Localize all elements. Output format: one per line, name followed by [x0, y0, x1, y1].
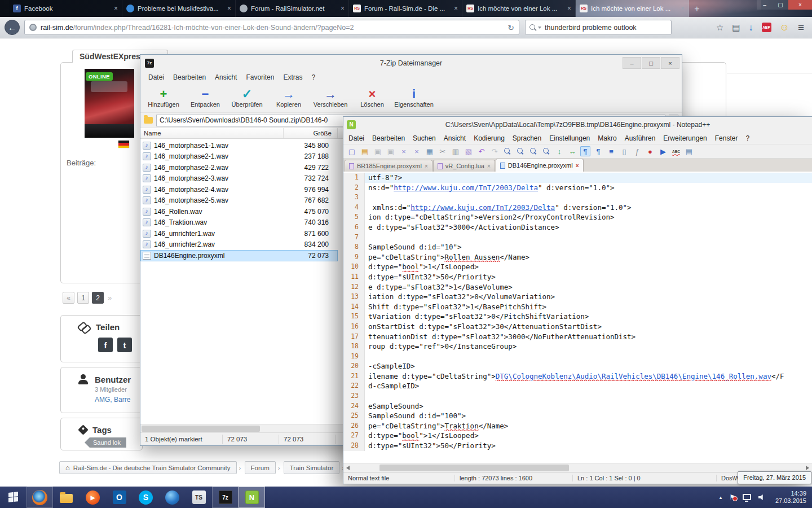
- media-player-icon[interactable]: ▶: [80, 487, 106, 508]
- paste-icon[interactable]: ▧: [464, 146, 474, 156]
- breadcrumb-item[interactable]: Train Simulator: [284, 461, 340, 474]
- replace-icon[interactable]: [515, 146, 526, 156]
- menu-item[interactable]: Datei: [144, 72, 169, 82]
- window-minimize-button[interactable]: –: [757, 0, 773, 10]
- test-button[interactable]: ✓ Überprüfen: [226, 85, 268, 112]
- user-avatar[interactable]: ONLINE: [85, 69, 134, 138]
- start-button[interactable]: [0, 487, 27, 508]
- action-center-icon[interactable]: ⚑: [729, 493, 735, 501]
- copy-button[interactable]: → Kopieren: [268, 85, 310, 112]
- doc-switcher-icon[interactable]: ▤: [684, 146, 694, 156]
- network-icon[interactable]: [743, 494, 751, 500]
- adblock-plus-icon[interactable]: ABP: [762, 23, 771, 32]
- page-number-button[interactable]: 1: [77, 292, 89, 304]
- twitter-share-icon[interactable]: t: [117, 338, 132, 352]
- sevenzip-icon[interactable]: 7z: [212, 487, 239, 508]
- menu-item[interactable]: Bearbeiten: [169, 72, 210, 82]
- menu-item[interactable]: Fenster: [711, 133, 742, 143]
- prev-page-button[interactable]: «: [63, 292, 74, 304]
- browser-tab[interactable]: RS Forum - Rail-Sim.de - Die ... ×: [349, 0, 462, 17]
- file-row[interactable]: 146_motorphase1-1.wav 345 800: [140, 140, 338, 151]
- close-button[interactable]: ×: [661, 57, 679, 69]
- move-button[interactable]: → Verschieben: [310, 85, 351, 112]
- doc-map-icon[interactable]: ▯: [619, 146, 629, 156]
- tab-close-icon[interactable]: ×: [567, 5, 571, 12]
- breadcrumb-item[interactable]: Forum: [245, 461, 276, 474]
- document-tab[interactable]: vR_Config.lua ×: [433, 160, 495, 172]
- save-icon[interactable]: ▣: [373, 146, 383, 156]
- browser-tab[interactable]: RS Ich möchte von einer Lok ... ×: [576, 0, 689, 17]
- file-row[interactable]: 146_motorphase2-3.wav 732 724: [140, 173, 338, 185]
- document-tab[interactable]: DB146Engine.proxyxml ×: [496, 159, 584, 172]
- window-maximize-button[interactable]: ▢: [773, 0, 788, 10]
- taskbar-clock[interactable]: 14:39 27.03.2015: [773, 490, 806, 505]
- volume-icon[interactable]: [758, 494, 766, 501]
- sync-scroll-v-icon[interactable]: ↕: [554, 146, 564, 156]
- page-number-button[interactable]: 2: [92, 292, 104, 304]
- search-input-value[interactable]: thunderbird probleme outlook: [545, 24, 637, 32]
- back-button[interactable]: ←: [5, 20, 20, 35]
- emoji-addon-icon[interactable]: ☺: [780, 22, 789, 33]
- column-header-size[interactable]: Größe: [284, 128, 338, 138]
- search-engine-dropdown-icon[interactable]: [538, 27, 541, 29]
- library-icon[interactable]: ▤: [732, 23, 740, 33]
- menu-icon[interactable]: ≡: [798, 21, 804, 34]
- notepadpp-icon[interactable]: N: [239, 487, 265, 508]
- facebook-share-icon[interactable]: f: [98, 338, 113, 352]
- column-header-name[interactable]: Name: [140, 128, 284, 138]
- spell-check-icon[interactable]: ABC: [671, 146, 681, 156]
- window-close-button[interactable]: ×: [788, 0, 812, 10]
- train-simulator-icon[interactable]: TS: [186, 487, 212, 508]
- copy-icon[interactable]: ▥: [451, 146, 461, 156]
- save-all-icon[interactable]: ▣: [386, 146, 396, 156]
- sync-scroll-h-icon[interactable]: ↔: [567, 146, 577, 156]
- scrollbar-track[interactable]: [352, 463, 803, 472]
- browser-tab[interactable]: Probleme bei Musikfestiva... ×: [122, 0, 236, 17]
- menu-item[interactable]: ?: [307, 72, 320, 82]
- close-file-icon[interactable]: ×: [399, 146, 409, 156]
- firefox-icon[interactable]: [27, 487, 53, 508]
- file-row[interactable]: 146_umrichter1.wav 871 600: [140, 228, 338, 239]
- browser-tab[interactable]: RS Ich möchte von einer Lok ... ×: [462, 0, 576, 17]
- scrollbar-thumb[interactable]: [142, 426, 260, 432]
- tab-close-icon[interactable]: ×: [487, 163, 491, 169]
- function-list-icon[interactable]: ƒ: [632, 146, 642, 156]
- tag-chip[interactable]: Saund lok: [85, 437, 126, 448]
- menu-item[interactable]: Extras: [279, 72, 307, 82]
- scrollbar-thumb[interactable]: [379, 465, 569, 471]
- new-tab-button[interactable]: +: [689, 1, 705, 17]
- show-all-chars-icon[interactable]: ¶: [593, 146, 603, 156]
- tab-close-icon[interactable]: ×: [681, 5, 685, 12]
- print-icon[interactable]: ▦: [425, 146, 435, 156]
- search-bar[interactable]: thunderbird probleme outlook: [525, 20, 672, 35]
- file-row[interactable]: 146_motorphase2-5.wav 767 682: [140, 195, 338, 207]
- redo-icon[interactable]: ↷: [489, 146, 500, 156]
- close-all-icon[interactable]: ×: [412, 146, 422, 156]
- open-file-icon[interactable]: ▤: [360, 146, 370, 156]
- tab-close-icon[interactable]: ×: [227, 5, 231, 12]
- file-row[interactable]: DB146Engine.proxyxml 72 073: [140, 250, 338, 261]
- macro-play-icon[interactable]: ▶: [658, 146, 668, 156]
- file-row[interactable]: 146_motorphase2-1.wav 237 188: [140, 151, 338, 163]
- indent-guide-icon[interactable]: ≡: [606, 146, 616, 156]
- menu-item[interactable]: Ansicht: [440, 133, 470, 143]
- menu-item[interactable]: Einstellungen: [545, 133, 594, 143]
- explorer-icon[interactable]: [53, 487, 80, 508]
- menu-item[interactable]: Sprachen: [509, 133, 545, 143]
- minimize-button[interactable]: –: [623, 57, 641, 69]
- menu-item[interactable]: Makro: [594, 133, 620, 143]
- find-icon[interactable]: [502, 146, 513, 156]
- reload-button[interactable]: ↻: [508, 23, 514, 32]
- add-button[interactable]: + Hinzufügen: [143, 85, 184, 112]
- sevenzip-titlebar[interactable]: 7z 7-Zip Dateimanager – □ ×: [140, 55, 682, 71]
- skype-icon[interactable]: S: [133, 487, 159, 508]
- delete-button[interactable]: × Löschen: [351, 85, 393, 112]
- bookmark-star-icon[interactable]: ☆: [716, 23, 723, 33]
- file-row[interactable]: 146_motorphase2-4.wav 976 994: [140, 184, 338, 195]
- tab-close-icon[interactable]: ×: [576, 163, 579, 169]
- notepadpp-titlebar[interactable]: N C:\Users\Sven\AppData\Local\Temp\7zO9F…: [343, 117, 812, 132]
- browser-tab[interactable]: Forum - RailSimulator.net ×: [236, 0, 349, 17]
- url-bar[interactable]: rail-sim.de/forum/index.php/Thread/16281…: [24, 20, 519, 35]
- menu-item[interactable]: Ausführen: [621, 133, 660, 143]
- word-wrap-icon[interactable]: ¶: [580, 146, 590, 156]
